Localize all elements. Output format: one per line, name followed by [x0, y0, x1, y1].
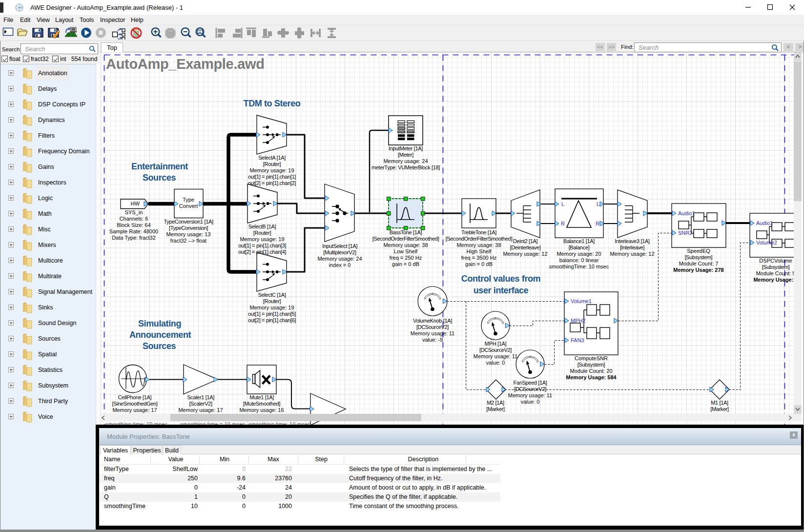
svg-text:freq = 3500 Hz: freq = 3500 Hz: [461, 255, 496, 261]
svg-text:L: L: [561, 201, 564, 207]
svg-text:CellPhone [1A]: CellPhone [1A]: [118, 394, 152, 400]
svg-text:[Router]: [Router]: [263, 161, 281, 167]
svg-text:TrebleTone [1A]: TrebleTone [1A]: [461, 229, 496, 235]
svg-text:L: L: [597, 201, 599, 207]
svg-text:FanSpeed [1A]: FanSpeed [1A]: [514, 380, 547, 386]
svg-text:Data Type: fract32: Data Type: fract32: [112, 235, 156, 241]
svg-text:Memory usage: 20: Memory usage: 20: [557, 251, 601, 257]
svg-text:[Marker]: [Marker]: [486, 406, 505, 412]
svg-text:Module Count: 20: Module Count: 20: [570, 368, 613, 374]
svg-text:[Router]: [Router]: [263, 298, 281, 304]
svg-text:[Subsystem]: [Subsystem]: [762, 264, 790, 270]
svg-text:Module Count: 7: Module Count: 7: [679, 261, 719, 266]
svg-text:HW: HW: [131, 201, 140, 206]
svg-text:Memory usage: 11: Memory usage: 11: [411, 330, 454, 336]
svg-text:[Interleave]: [Interleave]: [620, 245, 645, 250]
svg-text:[Balance]: [Balance]: [569, 245, 590, 250]
svg-text:Memory usage: 11: Memory usage: 11: [474, 353, 517, 359]
svg-text:Block Size: 64: Block Size: 64: [117, 222, 151, 228]
svg-text:High Shelf: High Shelf: [467, 248, 492, 254]
svg-text:Entertainment: Entertainment: [131, 162, 188, 171]
svg-text:Convert: Convert: [179, 203, 198, 209]
svg-text:user interface: user interface: [474, 286, 529, 295]
svg-text:[SecondOrderFilterSmoothed]: [SecondOrderFilterSmoothed]: [446, 236, 513, 242]
svg-text:gain = 0 dB: gain = 0 dB: [392, 261, 419, 267]
svg-text:[Marker]: [Marker]: [710, 406, 729, 412]
svg-text:Sample Rate: 48000: Sample Rate: 48000: [109, 228, 158, 234]
svg-text:M2 [1A]: M2 [1A]: [487, 400, 504, 406]
svg-text:out[1] = pin[1].chan[3]: out[1] = pin[1].chan[3]: [238, 243, 286, 248]
svg-text:value: 0: value: 0: [486, 360, 505, 366]
svg-text:[TypeConversion]: [TypeConversion]: [169, 225, 208, 231]
svg-text:[DCSourceV2]: [DCSourceV2]: [416, 324, 449, 330]
svg-text:balance: 0 linear: balance: 0 linear: [559, 257, 599, 263]
svg-text:Memory usage: 13: Memory usage: 13: [166, 231, 210, 237]
svg-text:[Subsystem]: [Subsystem]: [685, 254, 713, 260]
svg-text:Deint2 [1A]: Deint2 [1A]: [513, 238, 538, 244]
svg-text:SpeedEQ: SpeedEQ: [687, 248, 710, 254]
svg-text:gain = 0 dB: gain = 0 dB: [465, 261, 493, 267]
svg-text:Announcement: Announcement: [129, 330, 191, 340]
svg-text:Memory usage: 17: Memory usage: 17: [178, 407, 223, 413]
svg-text:Low Shelf: Low Shelf: [394, 248, 418, 254]
svg-text:Memory Usage: 5: Memory Usage: 5: [753, 277, 798, 283]
svg-text:Volume2: Volume2: [756, 240, 777, 246]
svg-text:Control values from: Control values from: [461, 274, 540, 284]
svg-text:SYS_in: SYS_in: [125, 209, 143, 215]
svg-text:Memory Usage: 278: Memory Usage: 278: [673, 267, 723, 273]
svg-text:Channels: 6: Channels: 6: [120, 216, 148, 222]
svg-text:out[1] = pin[1].chan[5]: out[1] = pin[1].chan[5]: [248, 311, 296, 317]
svg-text:[Router]: [Router]: [253, 230, 271, 236]
svg-text:index = 0: index = 0: [329, 262, 351, 268]
svg-text:SNR2: SNR2: [678, 230, 692, 236]
svg-text:[DCSourceV2]: [DCSourceV2]: [514, 386, 546, 392]
svg-text:Memory usage: 38: Memory usage: 38: [456, 242, 501, 248]
svg-text:[SecondOrderFilterSmoothed]: [SecondOrderFilterSmoothed]: [372, 236, 439, 242]
svg-text:Memory usage: 19: Memory usage: 19: [249, 167, 294, 173]
svg-text:Type: Type: [183, 197, 194, 203]
svg-text:Mute1 [1A]: Mute1 [1A]: [249, 394, 274, 400]
svg-text:[Deinterleave]: [Deinterleave]: [510, 245, 541, 250]
svg-text:Memory usage: 12: Memory usage: 12: [610, 251, 654, 257]
svg-text:[ScalerV2]: [ScalerV2]: [189, 401, 212, 407]
svg-text:TDM to Stereo: TDM to Stereo: [244, 99, 301, 108]
svg-text:value: -9: value: -9: [422, 337, 443, 343]
svg-text:meterType: VUMeterBlock [18]: meterType: VUMeterBlock [18]: [371, 164, 440, 170]
svg-text:fract32 --> float: fract32 --> float: [170, 238, 206, 244]
svg-text:InputSelect [1A]: InputSelect [1A]: [322, 243, 357, 249]
svg-text:BassTone [1A]: BassTone [1A]: [390, 229, 422, 235]
svg-text:[Meter]: [Meter]: [398, 152, 413, 158]
svg-text:Audio1: Audio1: [678, 210, 695, 216]
svg-text:smoothingTime: 10 msec: smoothingTime: 10 msec: [549, 264, 609, 269]
svg-text:InputMeter [1A]: InputMeter [1A]: [389, 145, 423, 151]
svg-text:[MuteSmoothed]: [MuteSmoothed]: [243, 401, 280, 407]
svg-text:Memory Usage: 584: Memory Usage: 584: [566, 374, 617, 380]
svg-text:Balance1 [1A]: Balance1 [1A]: [563, 238, 595, 244]
svg-text:Sources: Sources: [143, 173, 176, 183]
svg-text:Memory usage: 16: Memory usage: 16: [239, 407, 284, 413]
svg-text:Memory usage: 24: Memory usage: 24: [317, 256, 362, 262]
svg-text:FAN3: FAN3: [571, 337, 584, 343]
svg-text:Volume1: Volume1: [571, 298, 592, 304]
svg-text:[DCSourceV2]: [DCSourceV2]: [479, 347, 512, 353]
svg-text:Memory usage: 17: Memory usage: 17: [112, 407, 157, 413]
svg-text:M1 [1A]: M1 [1A]: [711, 400, 728, 406]
svg-text:Memory usage: 19: Memory usage: 19: [240, 236, 284, 242]
svg-text:AutoAmp_Example.awd: AutoAmp_Example.awd: [106, 56, 265, 72]
svg-text:SelectC [1A]: SelectC [1A]: [258, 292, 286, 298]
svg-text:Scaler1 [1A]: Scaler1 [1A]: [187, 394, 214, 400]
svg-text:MPH [1A]: MPH [1A]: [485, 341, 507, 347]
svg-text:Memory usage: 38: Memory usage: 38: [383, 242, 428, 248]
svg-text:Memory usage: 11: Memory usage: 11: [508, 392, 552, 398]
svg-text:DSPCVolume: DSPCVolume: [759, 258, 792, 264]
svg-text:R: R: [596, 221, 599, 226]
svg-text:Interleave3 [1A]: Interleave3 [1A]: [615, 238, 650, 244]
svg-text:SelectB [1A]: SelectB [1A]: [248, 224, 276, 229]
svg-text:out[1] = pin[1].chan[1]: out[1] = pin[1].chan[1]: [248, 174, 296, 180]
svg-text:Simulating: Simulating: [138, 319, 181, 328]
svg-text:MPH2: MPH2: [571, 318, 586, 324]
svg-text:R: R: [561, 221, 565, 226]
svg-text:Memory usage: 12: Memory usage: 12: [503, 251, 547, 257]
svg-text:freq = 250 Hz: freq = 250 Hz: [390, 255, 422, 261]
svg-text:value: 0: value: 0: [521, 399, 540, 405]
